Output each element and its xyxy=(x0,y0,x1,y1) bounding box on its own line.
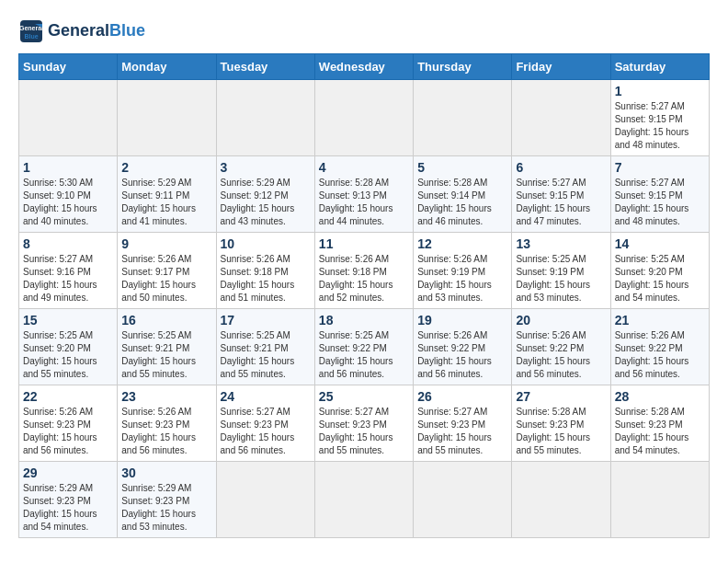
day-number: 24 xyxy=(221,389,311,404)
table-row xyxy=(216,462,314,538)
day-info: Sunrise: 5:26 AMSunset: 9:17 PMDaylight:… xyxy=(121,253,211,304)
day-info: Sunrise: 5:30 AMSunset: 9:10 PMDaylight:… xyxy=(23,177,113,228)
table-row xyxy=(512,462,610,538)
table-row: 21Sunrise: 5:26 AMSunset: 9:22 PMDayligh… xyxy=(610,309,709,385)
day-info: Sunrise: 5:25 AMSunset: 9:19 PMDaylight:… xyxy=(516,253,606,304)
day-number: 19 xyxy=(417,313,507,327)
table-row: 9Sunrise: 5:26 AMSunset: 9:17 PMDaylight… xyxy=(118,233,216,309)
day-info: Sunrise: 5:26 AMSunset: 9:22 PMDaylight:… xyxy=(516,329,606,381)
day-number: 4 xyxy=(319,160,409,175)
day-number: 2 xyxy=(121,160,211,175)
day-number: 30 xyxy=(121,465,211,480)
day-info: Sunrise: 5:26 AMSunset: 9:18 PMDaylight:… xyxy=(319,253,409,304)
table-row: 8Sunrise: 5:27 AMSunset: 9:16 PMDaylight… xyxy=(19,233,118,309)
day-number: 27 xyxy=(516,389,606,404)
day-number: 3 xyxy=(221,160,311,175)
table-row xyxy=(610,462,709,538)
day-info: Sunrise: 5:29 AMSunset: 9:23 PMDaylight:… xyxy=(121,482,211,534)
day-info: Sunrise: 5:27 AMSunset: 9:23 PMDaylight:… xyxy=(221,406,311,457)
table-row: 23Sunrise: 5:26 AMSunset: 9:23 PMDayligh… xyxy=(118,385,216,462)
calendar-header-friday: Friday xyxy=(512,54,610,80)
table-row xyxy=(414,80,512,156)
table-row: 2Sunrise: 5:29 AMSunset: 9:11 PMDaylight… xyxy=(118,156,216,233)
calendar-header-monday: Monday xyxy=(118,54,216,80)
day-info: Sunrise: 5:28 AMSunset: 9:23 PMDaylight:… xyxy=(516,406,606,457)
table-row: 13Sunrise: 5:25 AMSunset: 9:19 PMDayligh… xyxy=(512,233,610,309)
day-info: Sunrise: 5:27 AMSunset: 9:23 PMDaylight:… xyxy=(417,406,507,457)
day-info: Sunrise: 5:28 AMSunset: 9:13 PMDaylight:… xyxy=(319,177,409,228)
calendar-week-5: 22Sunrise: 5:26 AMSunset: 9:23 PMDayligh… xyxy=(19,385,710,462)
table-row: 19Sunrise: 5:26 AMSunset: 9:22 PMDayligh… xyxy=(414,309,512,385)
day-number: 10 xyxy=(221,236,311,251)
day-info: Sunrise: 5:28 AMSunset: 9:23 PMDaylight:… xyxy=(615,406,705,457)
day-info: Sunrise: 5:25 AMSunset: 9:20 PMDaylight:… xyxy=(23,329,113,381)
calendar-week-4: 15Sunrise: 5:25 AMSunset: 9:20 PMDayligh… xyxy=(19,309,710,385)
day-info: Sunrise: 5:29 AMSunset: 9:11 PMDaylight:… xyxy=(121,177,211,228)
table-row: 28Sunrise: 5:28 AMSunset: 9:23 PMDayligh… xyxy=(610,385,709,462)
table-row xyxy=(118,80,216,156)
day-info: Sunrise: 5:26 AMSunset: 9:23 PMDaylight:… xyxy=(121,406,211,457)
day-number: 12 xyxy=(417,236,507,251)
table-row: 24Sunrise: 5:27 AMSunset: 9:23 PMDayligh… xyxy=(216,385,314,462)
table-row: 1Sunrise: 5:30 AMSunset: 9:10 PMDaylight… xyxy=(19,156,118,233)
calendar-header-tuesday: Tuesday xyxy=(216,54,314,80)
day-info: Sunrise: 5:27 AMSunset: 9:23 PMDaylight:… xyxy=(319,406,409,457)
day-number: 26 xyxy=(417,389,507,404)
day-number: 18 xyxy=(319,313,409,327)
table-row: 6Sunrise: 5:27 AMSunset: 9:15 PMDaylight… xyxy=(512,156,610,233)
day-number: 17 xyxy=(221,313,311,327)
table-row: 16Sunrise: 5:25 AMSunset: 9:21 PMDayligh… xyxy=(118,309,216,385)
table-row: 14Sunrise: 5:25 AMSunset: 9:20 PMDayligh… xyxy=(610,233,709,309)
table-row: 26Sunrise: 5:27 AMSunset: 9:23 PMDayligh… xyxy=(414,385,512,462)
day-number: 11 xyxy=(319,236,409,251)
day-number: 8 xyxy=(23,236,113,251)
table-row: 12Sunrise: 5:26 AMSunset: 9:19 PMDayligh… xyxy=(414,233,512,309)
day-number: 14 xyxy=(615,236,705,251)
logo: General Blue GeneralBlue xyxy=(18,18,145,44)
day-number: 15 xyxy=(23,313,113,327)
calendar-week-1: 1Sunrise: 5:27 AMSunset: 9:15 PMDaylight… xyxy=(19,80,710,156)
table-row: 7Sunrise: 5:27 AMSunset: 9:15 PMDaylight… xyxy=(610,156,709,233)
calendar-week-3: 8Sunrise: 5:27 AMSunset: 9:16 PMDaylight… xyxy=(19,233,710,309)
day-info: Sunrise: 5:25 AMSunset: 9:21 PMDaylight:… xyxy=(121,329,211,381)
day-info: Sunrise: 5:26 AMSunset: 9:18 PMDaylight:… xyxy=(221,253,311,304)
day-number: 9 xyxy=(121,236,211,251)
day-number: 13 xyxy=(516,236,606,251)
table-row: 3Sunrise: 5:29 AMSunset: 9:12 PMDaylight… xyxy=(216,156,314,233)
table-row: 11Sunrise: 5:26 AMSunset: 9:18 PMDayligh… xyxy=(314,233,413,309)
day-number: 7 xyxy=(615,160,705,175)
table-row: 10Sunrise: 5:26 AMSunset: 9:18 PMDayligh… xyxy=(216,233,314,309)
day-info: Sunrise: 5:26 AMSunset: 9:22 PMDaylight:… xyxy=(417,329,507,381)
day-number: 1 xyxy=(615,84,705,98)
table-row xyxy=(512,80,610,156)
table-row: 17Sunrise: 5:25 AMSunset: 9:21 PMDayligh… xyxy=(216,309,314,385)
table-row: 1Sunrise: 5:27 AMSunset: 9:15 PMDaylight… xyxy=(610,80,709,156)
table-row: 29Sunrise: 5:29 AMSunset: 9:23 PMDayligh… xyxy=(19,462,118,538)
day-info: Sunrise: 5:27 AMSunset: 9:15 PMDaylight:… xyxy=(516,177,606,228)
day-info: Sunrise: 5:28 AMSunset: 9:14 PMDaylight:… xyxy=(417,177,507,228)
day-info: Sunrise: 5:25 AMSunset: 9:21 PMDaylight:… xyxy=(221,329,311,381)
day-info: Sunrise: 5:29 AMSunset: 9:12 PMDaylight:… xyxy=(221,177,311,228)
table-row: 5Sunrise: 5:28 AMSunset: 9:14 PMDaylight… xyxy=(414,156,512,233)
day-info: Sunrise: 5:26 AMSunset: 9:23 PMDaylight:… xyxy=(23,406,113,457)
day-info: Sunrise: 5:25 AMSunset: 9:20 PMDaylight:… xyxy=(615,253,705,304)
table-row xyxy=(314,80,413,156)
calendar-body: 1Sunrise: 5:27 AMSunset: 9:15 PMDaylight… xyxy=(19,80,710,538)
day-number: 6 xyxy=(516,160,606,175)
day-info: Sunrise: 5:27 AMSunset: 9:16 PMDaylight:… xyxy=(23,253,113,304)
svg-text:Blue: Blue xyxy=(24,33,38,40)
day-info: Sunrise: 5:27 AMSunset: 9:15 PMDaylight:… xyxy=(615,177,705,228)
table-row xyxy=(314,462,413,538)
table-row: 20Sunrise: 5:26 AMSunset: 9:22 PMDayligh… xyxy=(512,309,610,385)
day-number: 25 xyxy=(319,389,409,404)
table-row: 4Sunrise: 5:28 AMSunset: 9:13 PMDaylight… xyxy=(314,156,413,233)
logo-text-line1: GeneralBlue xyxy=(48,22,145,40)
day-number: 20 xyxy=(516,313,606,327)
day-info: Sunrise: 5:26 AMSunset: 9:19 PMDaylight:… xyxy=(417,253,507,304)
table-row xyxy=(216,80,314,156)
calendar-header-saturday: Saturday xyxy=(610,54,709,80)
day-number: 29 xyxy=(23,465,113,480)
day-info: Sunrise: 5:25 AMSunset: 9:22 PMDaylight:… xyxy=(319,329,409,381)
table-row xyxy=(414,462,512,538)
table-row: 22Sunrise: 5:26 AMSunset: 9:23 PMDayligh… xyxy=(19,385,118,462)
